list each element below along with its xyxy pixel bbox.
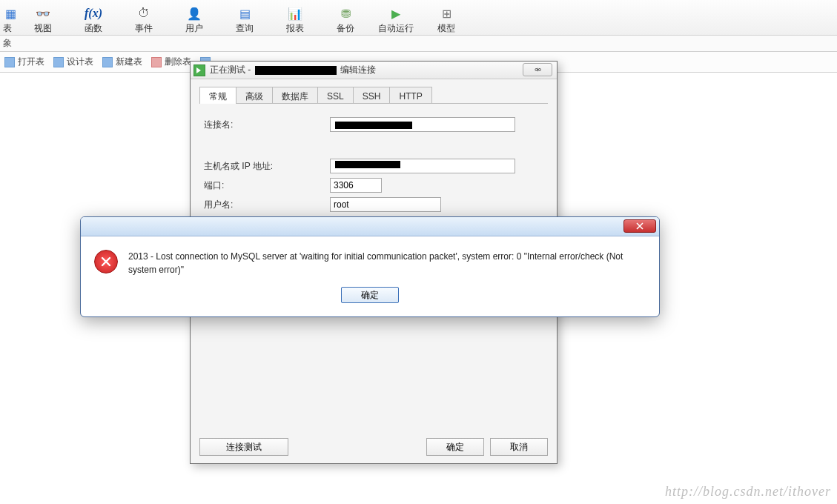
toolbar-label: 用户 bbox=[185, 22, 203, 35]
app-icon bbox=[193, 64, 205, 76]
event-icon: ⏱ bbox=[136, 6, 151, 21]
toolbar-label: 函数 bbox=[85, 22, 102, 35]
open-table-button[interactable]: 打开表 bbox=[4, 56, 44, 68]
main-toolbar: ▦ 表 👓 视图 f(x) 函数 ⏱ 事件 👤 用户 ▤ 查询 📊 报表 ⛃ 备… bbox=[0, 0, 837, 36]
cancel-button[interactable]: 取消 bbox=[490, 438, 548, 456]
object-bar: 象 bbox=[0, 36, 837, 52]
connection-tabs: 常规 高级 数据库 SSL SSH HTTP bbox=[199, 87, 548, 104]
redacted-overlay bbox=[335, 161, 400, 168]
query-icon: ▤ bbox=[237, 6, 252, 21]
error-icon bbox=[94, 250, 118, 273]
sub-btn-label: 删除表 bbox=[165, 56, 191, 68]
test-connection-button[interactable]: 连接测试 bbox=[199, 438, 288, 456]
error-dialog: 2013 - Lost connection to MySQL server a… bbox=[80, 216, 660, 317]
delete-table-button[interactable]: 删除表 bbox=[151, 56, 191, 68]
toolbar-autorun[interactable]: ▶ 自动运行 bbox=[371, 1, 421, 35]
report-icon: 📊 bbox=[288, 6, 302, 21]
redacted-connection-name bbox=[255, 66, 337, 75]
error-titlebar[interactable] bbox=[81, 217, 659, 236]
view-icon: 👓 bbox=[36, 6, 50, 21]
toolbar-label: 模型 bbox=[437, 22, 455, 35]
dialog-title: 正在测试 - 编辑连接 bbox=[210, 64, 376, 76]
sub-btn-label: 打开表 bbox=[18, 56, 44, 68]
toolbar-model[interactable]: ⊞ 模型 bbox=[421, 1, 472, 35]
user-label: 用户名: bbox=[204, 199, 330, 211]
model-icon: ⊞ bbox=[439, 6, 454, 21]
design-table-icon bbox=[53, 57, 64, 67]
error-message: 2013 - Lost connection to MySQL server a… bbox=[128, 250, 646, 276]
toolbar-label: 报表 bbox=[286, 22, 304, 35]
toolbar-label: 自动运行 bbox=[378, 22, 414, 35]
new-table-icon bbox=[102, 57, 113, 67]
toolbar-report[interactable]: 📊 报表 bbox=[270, 1, 320, 35]
connection-name-label: 连接名: bbox=[204, 119, 330, 131]
toolbar-label: 事件 bbox=[135, 22, 153, 35]
toolbar-label: 查询 bbox=[236, 22, 254, 35]
dialog-close-button[interactable]: ⚮ bbox=[523, 63, 552, 76]
toolbar-label: 表 bbox=[3, 22, 12, 35]
design-table-button[interactable]: 设计表 bbox=[53, 56, 93, 68]
tab-http[interactable]: HTTP bbox=[389, 87, 431, 103]
tab-ssl[interactable]: SSL bbox=[317, 87, 354, 103]
delete-table-icon bbox=[151, 57, 162, 67]
dialog-titlebar[interactable]: 正在测试 - 编辑连接 ⚮ bbox=[191, 62, 557, 79]
toolbar-query[interactable]: ▤ 查询 bbox=[219, 1, 270, 35]
toolbar-user[interactable]: 👤 用户 bbox=[169, 1, 219, 35]
toolbar-event[interactable]: ⏱ 事件 bbox=[119, 1, 169, 35]
backup-icon: ⛃ bbox=[338, 6, 353, 21]
user-input[interactable] bbox=[330, 197, 441, 212]
tab-general[interactable]: 常规 bbox=[199, 87, 236, 104]
toolbar-view[interactable]: 👓 视图 bbox=[18, 1, 68, 35]
port-input[interactable] bbox=[330, 178, 382, 193]
redacted-overlay bbox=[335, 122, 412, 129]
toolbar-table[interactable]: ▦ 表 bbox=[0, 1, 18, 35]
sub-btn-label: 设计表 bbox=[67, 56, 93, 68]
tab-advanced[interactable]: 高级 bbox=[236, 87, 273, 103]
new-table-button[interactable]: 新建表 bbox=[102, 56, 142, 68]
open-table-icon bbox=[4, 57, 15, 67]
error-close-button[interactable] bbox=[623, 219, 656, 233]
port-label: 端口: bbox=[204, 179, 330, 192]
toolbar-backup[interactable]: ⛃ 备份 bbox=[320, 1, 371, 35]
dialog-footer: 连接测试 确定 取消 bbox=[199, 438, 548, 456]
table-icon: ▦ bbox=[3, 6, 18, 21]
sub-btn-label: 新建表 bbox=[116, 56, 142, 68]
user-icon: 👤 bbox=[187, 6, 202, 21]
ok-button[interactable]: 确定 bbox=[426, 438, 484, 456]
toolbar-label: 备份 bbox=[337, 22, 354, 35]
tab-database[interactable]: 数据库 bbox=[272, 87, 318, 103]
host-label: 主机名或 IP 地址: bbox=[204, 160, 330, 173]
error-ok-button[interactable]: 确定 bbox=[341, 287, 399, 303]
watermark: http://blog.csdn.net/ithover bbox=[665, 484, 831, 500]
toolbar-label: 视图 bbox=[34, 22, 52, 35]
toolbar-function[interactable]: f(x) 函数 bbox=[68, 1, 119, 35]
tab-ssh[interactable]: SSH bbox=[353, 87, 391, 103]
function-icon: f(x) bbox=[86, 6, 101, 21]
object-bar-label: 象 bbox=[3, 37, 12, 50]
close-icon bbox=[636, 222, 644, 230]
autorun-icon: ▶ bbox=[388, 6, 403, 21]
